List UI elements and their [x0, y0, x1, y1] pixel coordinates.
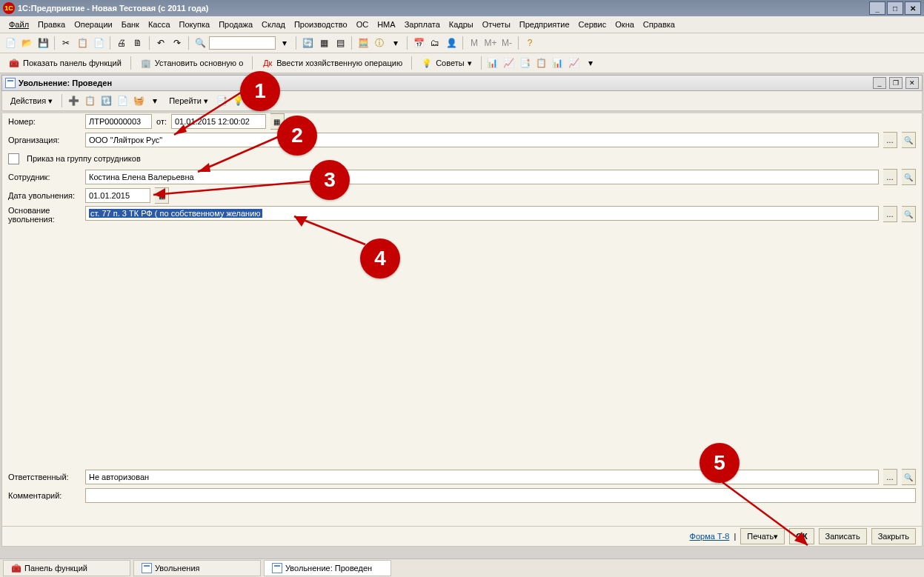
info-icon[interactable]: ⓘ [372, 36, 387, 50]
preview-icon[interactable]: 🗎 [130, 36, 145, 50]
menu-purchase[interactable]: Покупка [175, 20, 215, 29]
group-order-checkbox[interactable] [8, 153, 19, 164]
responsible-select-button[interactable]: … [883, 469, 897, 485]
calendar-icon[interactable]: 📅 [411, 36, 426, 50]
reason-search-button[interactable]: 🔍 [902, 206, 916, 222]
save-icon[interactable]: 💾 [36, 36, 50, 50]
employee-field[interactable]: Костина Елена Валерьевна [85, 170, 879, 184]
comment-field[interactable] [85, 488, 916, 503]
report3-icon[interactable]: 📑 [518, 56, 533, 70]
report4-icon[interactable]: 📋 [534, 56, 549, 70]
fire-date-label: Дата увольнения: [8, 191, 81, 200]
task-list[interactable]: Увольнения [133, 560, 261, 576]
search-icon[interactable]: 🔍 [193, 36, 207, 50]
read-icon[interactable]: 📄 [115, 93, 130, 108]
responsible-search-button[interactable]: 🔍 [902, 469, 916, 485]
menu-os[interactable]: ОС [352, 20, 373, 29]
list-icon[interactable]: 📑 [215, 93, 230, 108]
responsible-label: Ответственный: [8, 473, 81, 481]
doc-minimize-button[interactable]: _ [873, 77, 886, 89]
redo-icon[interactable]: ↷ [170, 36, 185, 50]
close-button[interactable]: ✕ [905, 1, 921, 15]
fire-date-field[interactable]: 01.01.2015 [85, 188, 150, 203]
employee-value: Костина Елена Валерьевна [89, 173, 194, 181]
menu-reports[interactable]: Отчеты [478, 20, 515, 29]
copy-doc-icon[interactable]: 📋 [82, 93, 97, 108]
paste-icon[interactable]: 📄 [91, 36, 106, 50]
post2-drop-icon[interactable]: ▾ [147, 93, 162, 108]
responsible-field[interactable]: Не авторизован [85, 470, 879, 484]
report6-icon[interactable]: 📈 [567, 56, 582, 70]
menu-enterprise[interactable]: Предприятие [515, 20, 574, 29]
search-box[interactable] [209, 36, 276, 50]
refresh-icon[interactable]: 🔄 [300, 36, 315, 50]
menu-production[interactable]: Производство [290, 20, 352, 29]
menu-nma[interactable]: НМА [373, 20, 399, 29]
reason-select-button[interactable]: … [883, 206, 897, 222]
close-form-button[interactable]: Закрыть [871, 528, 916, 544]
goto-button[interactable]: Перейти▾ [164, 93, 213, 109]
employee-select-button[interactable]: … [883, 169, 897, 185]
mem-m[interactable]: М [467, 36, 482, 50]
menu-hr[interactable]: Кадры [445, 20, 478, 29]
employee-search-button[interactable]: 🔍 [902, 169, 916, 185]
org-search-button[interactable]: 🔍 [902, 132, 916, 148]
report2-icon[interactable]: 📈 [502, 56, 516, 70]
enter-operation-button[interactable]: ДкВвести хозяйственную операцию [256, 55, 408, 71]
open-icon[interactable]: 📂 [19, 36, 34, 50]
menu-edit[interactable]: Правка [33, 20, 70, 29]
show-panel-button[interactable]: 🧰Показать панель функций [3, 55, 127, 71]
save-button[interactable]: Записать [819, 528, 867, 544]
cut-icon[interactable]: ✂ [59, 36, 73, 50]
menu-help[interactable]: Справка [639, 20, 679, 29]
doc-close-button[interactable]: ✕ [905, 77, 919, 89]
task-document[interactable]: Увольнение: Проведен [264, 560, 391, 576]
report5-icon[interactable]: 📊 [551, 56, 565, 70]
menu-file[interactable]: Файл [4, 20, 33, 29]
report1-icon[interactable]: 📊 [485, 56, 500, 70]
tips-button[interactable]: 💡Советы▾ [416, 55, 476, 71]
menu-bank[interactable]: Банк [117, 20, 144, 29]
menu-salary[interactable]: Зарплата [400, 20, 445, 29]
copy-icon[interactable]: 📋 [75, 36, 90, 50]
info-drop-icon[interactable]: ▾ [388, 36, 403, 50]
datetime-field[interactable]: 01.01.2015 12:00:02 [171, 114, 266, 129]
mem-mplus[interactable]: М+ [483, 36, 498, 50]
new-icon[interactable]: 📄 [3, 36, 18, 50]
calc-icon[interactable]: 🧮 [356, 36, 370, 50]
menu-sale[interactable]: Продажа [214, 20, 257, 29]
doc-restore-button[interactable]: ❐ [889, 77, 903, 89]
fire-date-calendar-button[interactable]: ▦ [155, 187, 169, 204]
report6b-icon[interactable]: ▾ [583, 56, 598, 70]
print-icon[interactable]: 🖨 [114, 36, 129, 50]
post-icon[interactable]: ➕ [66, 93, 81, 108]
menu-warehouse[interactable]: Склад [257, 20, 290, 29]
menu-service[interactable]: Сервис [574, 20, 611, 29]
print-button[interactable]: Печать ▾ [740, 528, 785, 544]
actions-button[interactable]: Действия▾ [5, 93, 58, 109]
reason-field[interactable]: ст. 77 п. 3 ТК РФ ( по собственному жела… [85, 206, 879, 221]
menu-windows[interactable]: Окна [611, 20, 639, 29]
help-icon[interactable]: ? [522, 36, 537, 50]
basket-icon[interactable]: 🧺 [131, 93, 146, 108]
menu-operations[interactable]: Операции [70, 20, 116, 29]
number-field[interactable]: ЛТР00000003 [85, 114, 152, 129]
calc2-icon[interactable]: 🗂 [428, 36, 442, 50]
mem-mminus[interactable]: М- [499, 36, 514, 50]
user-icon[interactable]: 👤 [444, 36, 459, 50]
minimize-button[interactable]: _ [869, 1, 885, 15]
table-icon[interactable]: ▦ [316, 36, 331, 50]
dropdown-icon[interactable]: ▾ [277, 36, 292, 50]
menu-cash[interactable]: Касса [144, 20, 175, 29]
org-select-button[interactable]: … [883, 132, 897, 148]
set-main-org-button[interactable]: 🏢Установить основную о [135, 55, 248, 71]
task-panel[interactable]: 🧰Панель функций [3, 560, 130, 576]
undo-icon[interactable]: ↶ [153, 36, 168, 50]
ok-button[interactable]: ОК [789, 528, 814, 544]
org-field[interactable]: ООО "Ляйтрок Рус" [85, 133, 879, 147]
refresh-doc-icon[interactable]: 🔃 [99, 93, 113, 108]
separator [518, 36, 519, 50]
form-t8-link[interactable]: Форма Т-8 [690, 532, 730, 541]
grid-icon[interactable]: ▤ [333, 36, 348, 50]
maximize-button[interactable]: □ [887, 1, 903, 15]
